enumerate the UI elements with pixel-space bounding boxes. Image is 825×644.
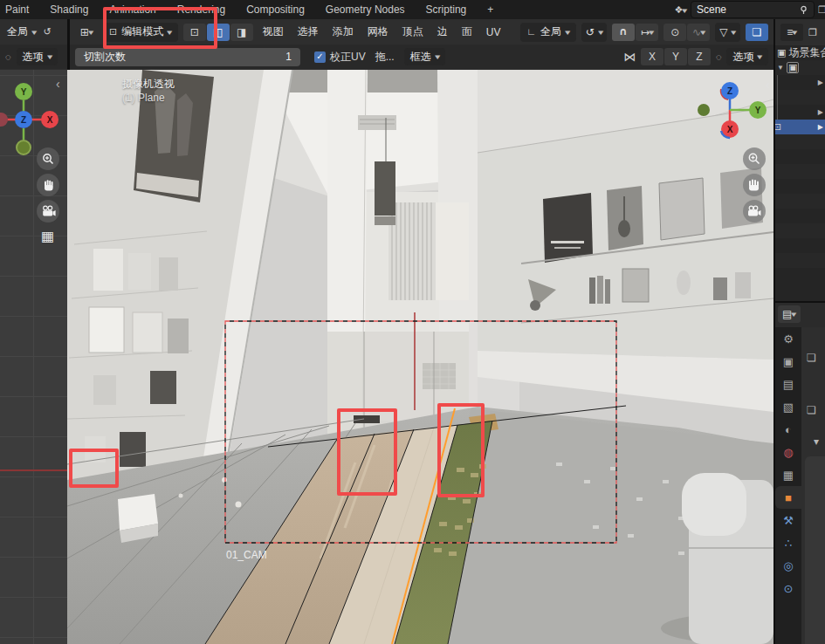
menu-face[interactable]: 面 [457, 24, 477, 39]
pivot-dropdown[interactable]: ↺▾ [581, 23, 608, 42]
outliner-editor-button[interactable]: ≡▾ [780, 24, 803, 41]
snap-magnet-icon[interactable]: ∪ [612, 24, 635, 41]
tab-view-layer[interactable]: ▧ [775, 395, 801, 418]
mirror-y-button[interactable]: Y [664, 48, 687, 65]
tab-particles[interactable]: ∴ [775, 531, 801, 554]
menu-add[interactable]: 添加 [328, 24, 358, 39]
expand-arrow-icon[interactable]: ▶ [818, 79, 823, 86]
orientation-dropdown[interactable]: ∟ 全局▾ [520, 23, 575, 42]
outliner-row-collection[interactable]: ▼ ▣ [775, 60, 825, 75]
axis-neg-y-ball[interactable] [698, 104, 710, 116]
tab-paint[interactable]: Paint [5, 3, 29, 16]
xray-toggle[interactable]: ❏ [746, 24, 768, 41]
svg-text:Z: Z [21, 115, 26, 125]
menu-mesh[interactable]: 网格 [363, 24, 393, 39]
face-select-button[interactable]: ◨ [230, 24, 253, 41]
tab-compositing[interactable]: Compositing [246, 3, 305, 16]
outliner-header: ≡▾ ❐ [775, 19, 825, 45]
visibility-filter-dropdown[interactable]: ▽▾ [715, 23, 740, 42]
frame-icon[interactable]: ❏ [807, 352, 816, 364]
collapse-arrow-icon[interactable]: ‹ [56, 77, 60, 91]
left-orientation-dropdown[interactable]: 全局▾ [5, 23, 38, 42]
pan-button[interactable] [37, 174, 59, 196]
tab-scripting[interactable]: Scripting [426, 3, 467, 16]
collection-icon: ▣ [777, 48, 786, 58]
menu-edge[interactable]: 边 [433, 24, 452, 39]
pin-icon[interactable] [799, 5, 808, 15]
menu-select[interactable]: 选择 [293, 24, 323, 39]
outliner-row-item[interactable]: ▶ [775, 75, 825, 90]
axis-neg-x-ball[interactable] [0, 113, 8, 127]
tab-collection[interactable]: ▦ [775, 463, 801, 486]
scene-name-field[interactable]: Scene [691, 1, 815, 18]
svg-text:Z: Z [727, 86, 732, 96]
tab-geometry-nodes[interactable]: Geometry Nodes [326, 3, 405, 16]
tab-shading[interactable]: Shading [50, 3, 88, 16]
mirror-icon: ⋈ [623, 51, 636, 63]
snap-target-dropdown[interactable]: ↦▾ [636, 24, 658, 41]
pan-button[interactable] [743, 174, 766, 196]
svg-text:Y: Y [755, 106, 761, 115]
add-workspace-button[interactable]: + [487, 3, 493, 16]
x-axis-line [0, 469, 67, 471]
outliner-row-item[interactable]: ▶ [775, 105, 825, 120]
disclosure-triangle-icon[interactable]: ▼ [777, 64, 784, 72]
outliner-row-scene-collection[interactable]: ▣ 场景集合 [775, 45, 825, 60]
section-chevron-icon[interactable]: ▾ [814, 435, 819, 448]
camera-view-button[interactable] [743, 200, 766, 223]
expand-arrow-icon[interactable]: ▶ [818, 108, 823, 116]
scene-selector-icon[interactable]: ❖▾ [675, 5, 687, 15]
tab-object[interactable]: ■ [775, 486, 801, 509]
tab-physics[interactable]: ◎ [775, 554, 801, 577]
annotation-floor-right-region [437, 403, 485, 497]
tab-render[interactable]: ▣ [775, 350, 801, 373]
menu-view[interactable]: 视图 [258, 24, 288, 39]
axis-neg-y-ball[interactable] [17, 140, 31, 154]
main-viewport[interactable]: 01_CAM Z Y X [67, 70, 773, 644]
workspace-tabs: Paint Shading Animation Rendering Compos… [0, 3, 493, 16]
proportional-falloff-icon[interactable]: ◌ [716, 52, 722, 62]
tool-options-dropdown[interactable]: 选项▾ [726, 48, 768, 65]
tab-constraints[interactable]: ⊙ [775, 577, 801, 599]
outliner-panel: ▣ 场景集合 ▼ ▣ ▶ ▶ ⊡ ▶ [775, 45, 825, 301]
outliner-row-selected-object[interactable]: ⊡ ▶ [775, 120, 825, 134]
frame-icon[interactable]: ❏ [807, 404, 816, 416]
tab-world[interactable]: ◍ [775, 441, 801, 463]
proportional-edit-toggle[interactable]: ⊙ [663, 24, 686, 41]
zoom-button[interactable] [37, 147, 59, 170]
tab-modifiers[interactable]: ⚒ [775, 509, 801, 531]
tab-scene[interactable]: ◐ [775, 418, 801, 441]
tab-output[interactable]: ▤ [775, 373, 801, 395]
pivot-icon[interactable]: ↺ [44, 27, 52, 37]
box-select-dropdown[interactable]: 框选▾ [404, 48, 446, 65]
outliner-row-item[interactable] [775, 90, 825, 105]
properties-editor-button[interactable]: ▤▾ [778, 305, 801, 323]
grid-toggle-icon[interactable]: ▦ [41, 228, 54, 244]
correct-uv-checkbox[interactable]: ✓ 校正UV [314, 50, 366, 65]
tab-tool[interactable]: ⚙ [775, 327, 801, 350]
new-scene-button[interactable]: ❐ [818, 5, 825, 15]
left-options-dropdown[interactable]: 选项▾ [17, 48, 58, 65]
expand-arrow-icon[interactable]: ▶ [818, 123, 823, 131]
falloff-dropdown[interactable]: ∿▾ [687, 24, 710, 41]
menu-vertex[interactable]: 顶点 [398, 24, 428, 39]
editor-type-button[interactable]: ⊞▾ [75, 24, 98, 41]
collapse-arrow-icon[interactable]: ‹ [766, 78, 770, 92]
mirror-z-button[interactable]: Z [688, 48, 711, 65]
magnifier-icon [41, 152, 55, 166]
properties-tabs: ⚙ ▣ ▤ ▧ ◐ ◍ ▦ ■ ⚒ ∴ ◎ ⊙ [775, 327, 801, 644]
properties-subpanel [805, 456, 825, 644]
secondary-viewport[interactable]: Y Z X ‹ [0, 70, 67, 644]
proportional-edit-icon[interactable]: ◌ [5, 52, 11, 62]
camera-view-button[interactable] [37, 200, 59, 223]
drag-label: 拖... [371, 50, 399, 65]
hand-icon [42, 179, 55, 192]
cuts-slider[interactable]: 切割次数 1 [75, 48, 300, 66]
mirror-x-button[interactable]: X [641, 48, 663, 65]
left-viewport-header: 全局▾ ↺ ◌ 选项▾ [0, 19, 67, 70]
scene-name: Scene [697, 3, 726, 16]
menu-uv[interactable]: UV [482, 26, 505, 38]
viewport-scene[interactable]: 01_CAM Z Y X [67, 70, 773, 644]
zoom-button[interactable] [743, 147, 766, 170]
outliner-filter-icon[interactable]: ❐ [808, 28, 817, 38]
